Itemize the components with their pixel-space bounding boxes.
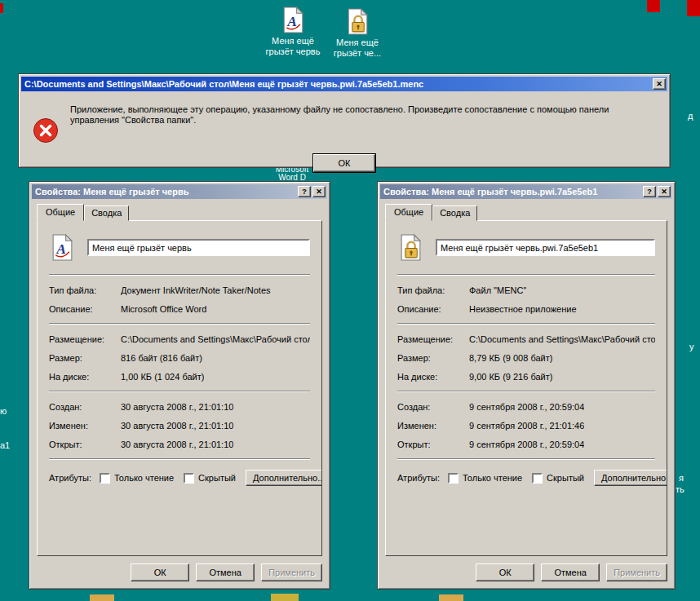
tab-summary[interactable]: Сводка — [432, 205, 477, 221]
property-value: 9 сентября 2008 г., 20:59:04 — [469, 440, 584, 449]
property-row: На диске:1,00 КБ (1 024 байт) — [49, 372, 310, 382]
property-label: Открыт: — [397, 440, 469, 449]
property-label: Размер: — [49, 353, 121, 363]
separator — [397, 391, 655, 392]
readonly-checkbox[interactable] — [100, 473, 110, 484]
desktop: A Меня ещё грызёт червь Меня ещё грызёт … — [0, 0, 700, 601]
tab-page-general: A Тип файла:Документ InkWriter/Note Take… — [37, 220, 322, 556]
property-label: Изменен: — [397, 421, 469, 431]
property-value: 1,00 КБ (1 024 байт) — [121, 372, 204, 382]
property-value: 9 сентября 2008 г., 20:59:04 — [469, 402, 584, 412]
property-value: 9 сентября 2008 г., 21:01:46 — [469, 421, 584, 431]
property-label: Тип файла: — [49, 285, 121, 295]
tab-strip: Общие Сводка — [385, 204, 667, 221]
property-value: Документ InkWriter/Note Taker/Notes — [121, 285, 271, 295]
property-row: Создан:30 августа 2008 г., 21:01:10 — [49, 402, 310, 412]
separator — [49, 391, 310, 392]
property-row: Тип файла:Документ InkWriter/Note Taker/… — [49, 285, 310, 295]
ink-document-icon: A — [49, 234, 76, 261]
desktop-icon-worm-doc[interactable]: A Меня ещё грызёт червь — [261, 7, 325, 57]
property-row: Тип файла:Файл "MENC" — [397, 285, 655, 295]
dialog-title: Свойства: Меня ещё грызёт червь — [35, 187, 298, 197]
tab-general[interactable]: Общие — [37, 204, 84, 221]
hidden-checkbox[interactable] — [184, 473, 194, 484]
cancel-button[interactable]: Отмена — [541, 563, 600, 581]
property-row: На диске:9,00 КБ (9 216 байт) — [397, 372, 655, 382]
readonly-label: Только чтение — [463, 473, 522, 483]
titlebar[interactable]: Свойства: Меня ещё грызёт червь.pwi.7a5e… — [380, 184, 672, 199]
property-label: Описание: — [397, 304, 469, 314]
attributes-row: Атрибуты: Только чтение Скрытый Дополнит… — [49, 470, 312, 486]
advanced-button[interactable]: Дополнительно... — [594, 470, 667, 486]
hidden-checkbox[interactable] — [532, 473, 543, 484]
label-fragment: а1 — [0, 440, 10, 450]
help-icon[interactable]: ? — [643, 186, 656, 197]
property-row: Изменен:9 сентября 2008 г., 21:01:46 — [397, 421, 655, 431]
property-label: На диске: — [49, 372, 121, 382]
partial-desktop-icon — [271, 594, 299, 601]
ok-button[interactable]: ОК — [131, 563, 189, 581]
tab-summary[interactable]: Сводка — [84, 205, 129, 221]
close-icon[interactable]: ✕ — [658, 186, 671, 197]
attributes-label: Атрибуты: — [397, 473, 448, 483]
property-label: Открыт: — [49, 440, 121, 449]
property-value: Microsoft Office Word — [121, 304, 206, 314]
property-row: Размещение:C:\Documents and Settings\Мак… — [397, 334, 655, 344]
property-row: Описание:Microsoft Office Word — [49, 304, 310, 314]
tab-page-general: Тип файла:Файл "MENC" Описание:Неизвестн… — [385, 220, 667, 556]
advanced-button[interactable]: Дополнительно... — [246, 470, 322, 486]
separator — [49, 274, 310, 276]
property-label: Тип файла: — [397, 285, 469, 295]
hidden-label: Скрытый — [198, 473, 236, 483]
dialog-buttons: ОК Отмена Применить — [476, 563, 667, 581]
desktop-icon-label: Меня ещё грызёт червь — [261, 36, 325, 57]
tab-general[interactable]: Общие — [385, 204, 432, 221]
cancel-button[interactable]: Отмена — [196, 563, 255, 581]
attributes-label: Атрибуты: — [49, 473, 100, 483]
tab-strip: Общие Сводка — [37, 204, 322, 221]
ok-button[interactable]: ОК — [476, 563, 534, 581]
property-value: 816 байт (816 байт) — [121, 353, 202, 363]
property-value: 30 августа 2008 г., 21:01:10 — [121, 440, 233, 449]
partial-desktop-icon — [439, 594, 463, 601]
property-value: C:\Documents and Settings\Макс\Рабочий с… — [469, 334, 655, 344]
titlebar[interactable]: Свойства: Меня ещё грызёт червь ? ✕ — [32, 184, 327, 199]
svg-text:A: A — [55, 241, 66, 257]
label-fragment: я — [679, 473, 684, 483]
hidden-label: Скрытый — [547, 473, 584, 483]
property-label: На диске: — [397, 372, 469, 382]
desktop-icon-label: Меня ещё грызёт че... — [330, 38, 385, 59]
readonly-checkbox[interactable] — [448, 473, 459, 484]
apply-button[interactable]: Применить — [261, 563, 322, 581]
error-message: Приложение, выполняющее эту операцию, ук… — [70, 104, 648, 126]
properties-dialog-worm-doc: Свойства: Меня ещё грызёт червь ? ✕ Общи… — [29, 181, 330, 590]
property-label: Описание: — [49, 304, 121, 314]
property-value: Неизвестное приложение — [469, 304, 577, 314]
property-row: Открыт:9 сентября 2008 г., 20:59:04 — [397, 440, 655, 449]
property-value: 8,79 КБ (9 008 байт) — [469, 353, 552, 363]
help-icon[interactable]: ? — [298, 186, 311, 197]
property-row: Создан:9 сентября 2008 г., 20:59:04 — [397, 402, 655, 412]
properties-dialog-menc-file: Свойства: Меня ещё грызёт червь.pwi.7a5e… — [377, 181, 676, 590]
property-row: Размещение:C:\Documents and Settings\Мак… — [49, 334, 310, 344]
ok-button[interactable]: ОК — [313, 154, 375, 172]
close-icon[interactable]: ✕ — [312, 186, 326, 197]
close-icon[interactable]: ✕ — [653, 78, 666, 90]
titlebar[interactable]: C:\Documents and Settings\Макс\Рабочий с… — [21, 77, 667, 91]
property-value: 30 августа 2008 г., 21:01:10 — [121, 402, 233, 412]
property-row: Описание:Неизвестное приложение — [397, 304, 655, 314]
label-fragment: ю — [0, 406, 7, 416]
filename-input[interactable] — [87, 239, 310, 256]
property-label: Размещение: — [49, 334, 121, 344]
desktop-artifact — [0, 3, 3, 13]
error-dialog-body: Приложение, выполняющее эту операцию, ук… — [21, 104, 667, 179]
property-label: Изменен: — [49, 421, 121, 431]
apply-button[interactable]: Применить — [606, 563, 667, 581]
ink-document-icon: A — [280, 7, 307, 33]
separator — [49, 458, 310, 460]
desktop-icon-menc-file[interactable]: Меня ещё грызёт че... — [330, 8, 385, 59]
label-fragment: у — [689, 342, 694, 351]
error-dialog: C:\Documents and Settings\Макс\Рабочий с… — [18, 73, 671, 168]
filename-input[interactable] — [436, 239, 655, 256]
desktop-artifact — [687, 0, 700, 16]
